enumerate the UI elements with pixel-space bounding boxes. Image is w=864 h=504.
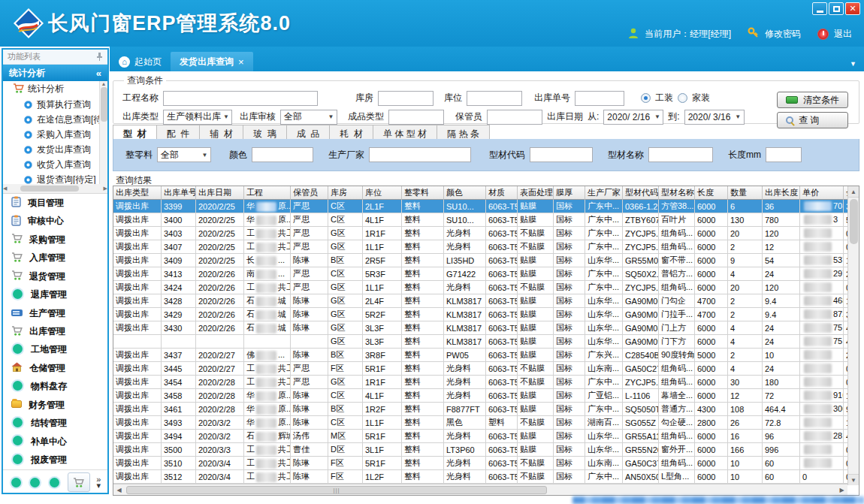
tree-item[interactable]: 预算执行查询 (3, 97, 107, 112)
grid-header-row[interactable]: 出库类型出库单号出库日期工程保管员库房库位整零料颜色材质表面处理膜厚生产厂家型材… (113, 186, 847, 200)
tree-root[interactable]: 统计分析 (3, 81, 107, 97)
grid-column-header[interactable]: 出库日期 (196, 186, 244, 200)
sidebar-item-工地管理[interactable]: 工地管理 (3, 341, 107, 359)
sidebar-section-header[interactable]: 统计分析 « (3, 65, 107, 81)
profile-name-input[interactable] (648, 147, 713, 162)
grid-column-header[interactable]: 保管员 (291, 186, 328, 200)
sidebar-item-出库管理[interactable]: 出库管理 (3, 322, 107, 340)
logout-link[interactable]: 退出 (834, 28, 852, 41)
collapse-icon[interactable]: « (96, 68, 101, 79)
table-row[interactable]: 调拨出库34002020/2/25华原...严思C区4L1F整料SU10...6… (113, 213, 847, 227)
grid-column-header[interactable]: 单价 (800, 186, 844, 200)
table-row[interactable]: 调拨出库34452020/2/27工共工程严思F区5R1F整料光身料6063-T… (113, 362, 847, 376)
tree-item[interactable]: 在途信息查询[待 (3, 112, 107, 127)
grid-column-header[interactable]: 长度 (695, 186, 728, 200)
close-icon[interactable]: ✕ (845, 2, 860, 15)
circle-icon[interactable] (30, 478, 40, 487)
grid-column-header[interactable]: 工程 (244, 186, 291, 200)
table-row[interactable]: 调拨出库34242020/2/26工共工程严思G区1L1F整料光身料6063-T… (113, 281, 847, 294)
profile-code-input[interactable] (530, 147, 593, 162)
table-row[interactable]: 调拨出库35122020/3/4工共工程陈琳F区1L2F整料光身料6063-T5… (113, 470, 847, 484)
table-row[interactable]: 调拨出库34302020/2/26石城陈琳G区3L3F整料KLM38176063… (113, 321, 847, 335)
sidebar-item-财务管理[interactable]: 财务管理 (3, 396, 107, 414)
sidebar-item-项目管理[interactable]: 项目管理 (3, 194, 107, 212)
keeper-input[interactable] (487, 110, 542, 125)
grid-column-header[interactable]: 库位 (363, 186, 402, 200)
radio-gongzhuang[interactable] (641, 93, 651, 103)
grid-column-header[interactable]: 材质 (486, 186, 518, 200)
grid-column-header[interactable]: 出库单号 (162, 186, 196, 200)
tab-home[interactable]: ⌂ 起始页 (110, 52, 171, 71)
radio-jiazhuang[interactable] (678, 93, 687, 103)
table-row[interactable]: 调拨出库35102020/3/4工共工程陈琳F区5R1F整料光身料6063-T5… (113, 457, 847, 470)
grid-column-header[interactable]: 膜厚 (554, 186, 585, 200)
table-row[interactable]: 调拨出库34372020/2/27佛...陈琳B区3R8F整料PW056063-… (113, 349, 847, 362)
grid-column-header[interactable]: 库房 (328, 186, 363, 200)
tab-list-caret-icon[interactable]: ▼ (850, 60, 856, 68)
tab-outbound-query[interactable]: 发货出库查询 × (171, 52, 253, 71)
table-row[interactable]: 调拨出库34612020/2/28华原...陈琳B区1R2F整料F8877FT6… (113, 403, 847, 416)
table-row[interactable]: 调拨出库34292020/2/26石城陈琳G区5R2F整料KLM38176063… (113, 308, 847, 321)
table-row[interactable]: 调拨出库33992020/2/25华原...严思C区2L1F整料SU10...6… (113, 200, 847, 213)
warehouse-input[interactable] (378, 91, 434, 106)
grid-column-header[interactable]: 型材名称 (659, 186, 695, 200)
project-name-input[interactable] (163, 91, 318, 106)
minimize-icon[interactable] (812, 2, 827, 15)
outbound-type-select[interactable]: 生产领料出库▼ (163, 110, 232, 125)
circle-icon[interactable] (11, 478, 21, 487)
table-row[interactable]: 调拨出库34932020/3/2华原...陈琳C区1L1F整料黑色塑料不贴膜国标… (113, 416, 847, 430)
tree-horizontal-scrollbar[interactable]: ◀▶ (3, 184, 107, 193)
grid-column-header[interactable]: 颜色 (444, 186, 486, 200)
tree-item[interactable]: 发货出库查询 (3, 142, 107, 157)
table-row[interactable]: 调拨出库34942020/3/2石辉城汤伟M区5R1F整料光身料6063-T5贴… (113, 430, 847, 443)
date-to-picker[interactable]: 2020/ 3/16▼ (684, 110, 745, 125)
sidebar-item-结转管理[interactable]: 结转管理 (3, 415, 107, 433)
grid-column-header[interactable]: 出库类型 (113, 186, 162, 200)
table-row[interactable]: 调拨出库34282020/2/26石城陈琳G区2L4F整料KLM38176063… (113, 294, 847, 308)
location-input[interactable] (467, 91, 522, 106)
sidebar-item-入库管理[interactable]: 入库管理 (3, 249, 107, 267)
sidebar-item-审核中心[interactable]: 审核中心 (3, 212, 107, 230)
color-input[interactable] (252, 147, 313, 162)
grid-horizontal-scrollbar[interactable]: ◀|||▶ (113, 484, 847, 495)
circle-icon[interactable] (50, 478, 59, 487)
factory-input[interactable] (369, 147, 471, 162)
sidebar-item-报废管理[interactable]: 报废管理 (3, 451, 107, 469)
tree-item[interactable]: 收货入库查询 (3, 157, 107, 172)
audit-select[interactable]: 全部▼ (280, 110, 337, 125)
table-row[interactable]: 调拨出库35002020/3/3工共工程曹佳D区3L1F整料LT3P606063… (113, 443, 847, 457)
grid-column-header[interactable]: 出库长度 (763, 186, 800, 200)
pin-icon[interactable] (96, 52, 103, 62)
search-button[interactable]: 查 询 (777, 112, 848, 128)
table-row[interactable]: 调拨出库34072020/2/25工共工程严思G区1L1F整料光身料6063-T… (113, 240, 847, 254)
grid-column-header[interactable]: 表面处理 (518, 186, 554, 200)
table-row[interactable]: 调拨出库34542020/2/28工共工程严思G区1R1F整料光身料6063-T… (113, 376, 847, 389)
length-input[interactable] (766, 147, 802, 162)
clear-conditions-button[interactable]: 清空条件 (777, 92, 848, 108)
table-row[interactable]: 调拨出库34092020/2/25长...陈琳B区2R5F整料LI35HD606… (113, 254, 847, 267)
order-no-input[interactable] (575, 91, 624, 106)
table-row[interactable]: G区3L3F整料KLM38176063-T5贴膜国标山东华...GA90M09.… (113, 335, 847, 349)
table-row[interactable]: 调拨出库34032020/2/25工共工程严思G区1R1F整料光身料6063-T… (113, 227, 847, 240)
grid-column-header[interactable]: 整零料 (402, 186, 444, 200)
more-chevron[interactable]: »▾ (96, 476, 101, 488)
sidebar-item-补单中心[interactable]: 补单中心 (3, 433, 107, 451)
cart-button[interactable] (68, 472, 90, 492)
maximize-icon[interactable] (829, 2, 844, 15)
table-row[interactable]: 调拨出库34132020/2/26南...严思C区5R3F整料G71422606… (113, 267, 847, 281)
grid-vertical-scrollbar[interactable]: ▲▼ (847, 186, 859, 485)
sidebar-item-物料盘存[interactable]: 物料盘存 (3, 378, 107, 396)
sidebar-item-采购管理[interactable]: 采购管理 (3, 231, 107, 249)
change-password-link[interactable]: 修改密码 (765, 28, 801, 41)
sidebar-item-退货管理[interactable]: 退货管理 (3, 267, 107, 285)
table-row[interactable]: 调拨出库34582020/2/28华原...陈琳C区4L1F整料光身料6063-… (113, 389, 847, 403)
tab-close-icon[interactable]: × (238, 56, 244, 68)
product-type-input[interactable] (388, 110, 444, 125)
tree-vertical-scrollbar[interactable]: ▲ (99, 81, 107, 185)
sidebar-item-退库管理[interactable]: 退库管理 (3, 285, 107, 303)
date-from-picker[interactable]: 2020/ 2/16▼ (603, 110, 663, 125)
tree-item[interactable]: 采购入库查询 (3, 127, 107, 142)
sidebar-item-仓储管理[interactable]: 仓储管理 (3, 359, 107, 377)
sidebar-item-生产管理[interactable]: 生产管理 (3, 304, 107, 322)
grid-column-header[interactable]: 数量 (728, 186, 763, 200)
